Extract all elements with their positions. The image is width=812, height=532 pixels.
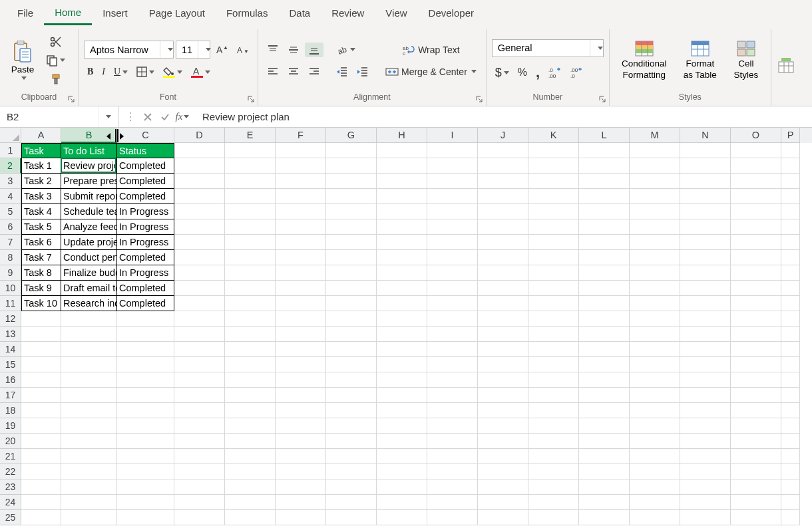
cell-N5[interactable] [680, 204, 731, 219]
cell-M15[interactable] [630, 357, 680, 372]
cell-B20[interactable] [61, 434, 117, 449]
cell-J6[interactable] [478, 219, 528, 235]
dialog-launcher-number[interactable] [598, 95, 606, 103]
cell-M24[interactable] [630, 495, 680, 510]
cell-P9[interactable] [781, 265, 800, 281]
cell-D3[interactable] [174, 174, 225, 189]
cell-J21[interactable] [478, 449, 528, 464]
cell-H11[interactable] [377, 296, 427, 311]
cell-B10[interactable]: Draft email to client [61, 281, 117, 296]
cell-B4[interactable]: Submit report [61, 189, 117, 204]
cell-K9[interactable] [528, 265, 579, 281]
enter-formula-button[interactable] [157, 109, 173, 125]
cell-K24[interactable] [528, 495, 579, 510]
cell-L18[interactable] [579, 403, 630, 418]
row-header-8[interactable]: 8 [0, 250, 21, 265]
cancel-formula-button[interactable] [140, 109, 156, 125]
cell-G13[interactable] [326, 327, 377, 342]
cell-G17[interactable] [326, 388, 377, 403]
cell-G3[interactable] [326, 174, 377, 189]
cell-O6[interactable] [731, 219, 781, 235]
cell-C1[interactable]: Status [117, 143, 174, 158]
cell-F16[interactable] [276, 372, 326, 388]
cell-P12[interactable] [781, 311, 800, 327]
cell-I25[interactable] [427, 510, 478, 525]
cell-O13[interactable] [731, 327, 781, 342]
format-painter-button[interactable] [43, 71, 69, 87]
cell-L19[interactable] [579, 418, 630, 434]
cell-K11[interactable] [528, 296, 579, 311]
cell-G25[interactable] [326, 510, 377, 525]
cell-A16[interactable] [21, 372, 61, 388]
cell-F4[interactable] [276, 189, 326, 204]
cell-A17[interactable] [21, 388, 61, 403]
cell-N8[interactable] [680, 250, 731, 265]
cell-H25[interactable] [377, 510, 427, 525]
cell-A6[interactable]: Task 5 [21, 219, 61, 235]
cell-C16[interactable] [117, 372, 174, 388]
cell-L2[interactable] [579, 158, 630, 174]
cell-K14[interactable] [528, 342, 579, 357]
increase-indent-button[interactable] [353, 65, 372, 79]
font-family-select[interactable]: Aptos Narrow [84, 41, 174, 59]
cell-G6[interactable] [326, 219, 377, 235]
cell-G1[interactable] [326, 143, 377, 158]
cell-O17[interactable] [731, 388, 781, 403]
name-box-input[interactable] [0, 108, 99, 125]
cell-D25[interactable] [174, 510, 225, 525]
cell-I19[interactable] [427, 418, 478, 434]
cell-C10[interactable]: Completed [117, 281, 174, 296]
cell-G23[interactable] [326, 479, 377, 495]
cell-F12[interactable] [276, 311, 326, 327]
cell-F9[interactable] [276, 265, 326, 281]
font-color-button[interactable]: A [188, 64, 214, 80]
cell-H9[interactable] [377, 265, 427, 281]
cut-button[interactable] [43, 34, 69, 50]
cell-I20[interactable] [427, 434, 478, 449]
cell-I6[interactable] [427, 219, 478, 235]
cell-D24[interactable] [174, 495, 225, 510]
cell-D12[interactable] [174, 311, 225, 327]
cell-M16[interactable] [630, 372, 680, 388]
cell-B17[interactable] [61, 388, 117, 403]
cell-J7[interactable] [478, 235, 528, 250]
cell-P25[interactable] [781, 510, 800, 525]
cell-E20[interactable] [225, 434, 276, 449]
cell-H21[interactable] [377, 449, 427, 464]
cell-L15[interactable] [579, 357, 630, 372]
cell-E18[interactable] [225, 403, 276, 418]
cell-H19[interactable] [377, 418, 427, 434]
cell-A1[interactable]: Task [21, 143, 61, 158]
tab-data[interactable]: Data [278, 1, 321, 25]
cell-L16[interactable] [579, 372, 630, 388]
underline-button[interactable]: U [110, 65, 131, 79]
row-header-20[interactable]: 20 [0, 434, 21, 449]
decrease-indent-button[interactable] [333, 65, 351, 79]
cell-L23[interactable] [579, 479, 630, 495]
cell-K15[interactable] [528, 357, 579, 372]
row-header-23[interactable]: 23 [0, 479, 21, 495]
cell-B7[interactable]: Update project timeline [61, 235, 117, 250]
cell-N18[interactable] [680, 403, 731, 418]
font-size-select[interactable]: 11 [176, 41, 210, 59]
cell-D16[interactable] [174, 372, 225, 388]
cell-J5[interactable] [478, 204, 528, 219]
cell-F23[interactable] [276, 479, 326, 495]
cell-E2[interactable] [225, 158, 276, 174]
cell-P18[interactable] [781, 403, 800, 418]
row-header-19[interactable]: 19 [0, 418, 21, 434]
cell-F3[interactable] [276, 174, 326, 189]
cell-P8[interactable] [781, 250, 800, 265]
cell-M9[interactable] [630, 265, 680, 281]
cell-B5[interactable]: Schedule team meeting [61, 204, 117, 219]
cell-P6[interactable] [781, 219, 800, 235]
cell-D4[interactable] [174, 189, 225, 204]
cell-D5[interactable] [174, 204, 225, 219]
cell-I1[interactable] [427, 143, 478, 158]
select-all-corner[interactable] [0, 128, 21, 143]
cell-K8[interactable] [528, 250, 579, 265]
cell-M7[interactable] [630, 235, 680, 250]
cell-N13[interactable] [680, 327, 731, 342]
cell-L9[interactable] [579, 265, 630, 281]
cell-O2[interactable] [731, 158, 781, 174]
